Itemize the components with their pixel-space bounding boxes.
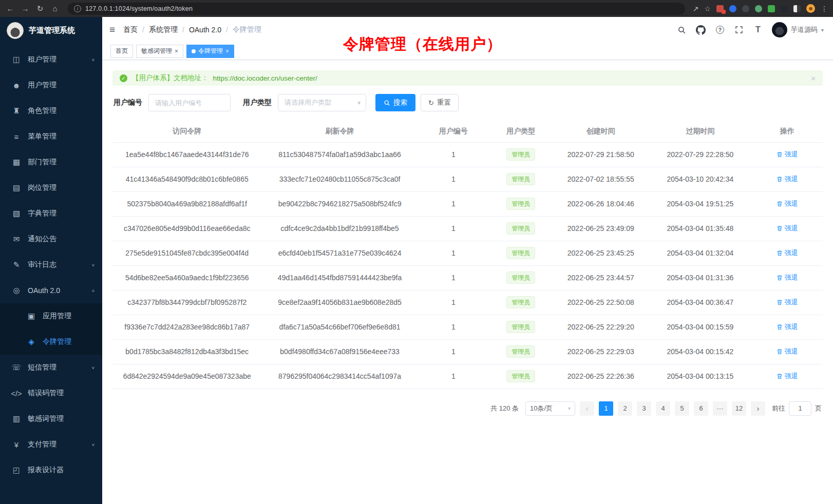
force-logout-button[interactable]: 强退 (777, 372, 798, 381)
tab-sensitive-words[interactable]: 敏感词管理× (136, 45, 183, 58)
sidebar-item-user[interactable]: ☻用户管理 (0, 72, 102, 98)
user-menu[interactable]: 芋道源码 ▾ (772, 22, 824, 37)
action-cell: 强退 (752, 216, 823, 241)
sidebar-item-menu[interactable]: ≡菜单管理 (0, 124, 102, 149)
force-logout-button[interactable]: 强退 (777, 224, 798, 233)
column-header: 用户编号 (418, 121, 489, 142)
extension-icon-2[interactable] (729, 5, 736, 12)
search-icon[interactable] (677, 25, 687, 35)
force-logout-button[interactable]: 强退 (777, 298, 798, 307)
force-logout-button[interactable]: 强退 (777, 175, 798, 184)
page-button-3[interactable]: 3 (637, 401, 651, 416)
address-bar[interactable]: i 127.0.0.1:1024/system/oauth2/token (68, 3, 685, 15)
force-logout-button[interactable]: 强退 (777, 322, 798, 332)
sidebar-collapse-icon[interactable]: ≡ (109, 24, 115, 35)
force-logout-button[interactable]: 强退 (777, 347, 798, 356)
sidebar-item-token[interactable]: ◈令牌管理 (0, 329, 102, 355)
page-size-select[interactable]: 10条/页 ▾ (525, 401, 575, 416)
prev-page-button[interactable]: ‹ (580, 401, 594, 416)
extension-icon-4[interactable] (755, 5, 762, 12)
extension-icon-5[interactable] (768, 5, 775, 12)
goto-page-input[interactable] (789, 401, 811, 416)
force-logout-button[interactable]: 强退 (777, 273, 798, 282)
sidebar-item-label: 部门管理 (28, 158, 56, 167)
sidebar-item-post[interactable]: ▤岗位管理 (0, 175, 102, 201)
user-type-select[interactable]: 请选择用户类型 ▾ (278, 94, 366, 111)
github-icon[interactable] (696, 25, 706, 35)
search-button[interactable]: 搜索 (375, 94, 415, 111)
share-icon[interactable]: ↗ (693, 5, 699, 13)
extension-icon-3[interactable] (742, 5, 749, 12)
tab-close-icon[interactable]: × (225, 48, 229, 54)
force-logout-button[interactable]: 强退 (777, 248, 798, 258)
breadcrumb-item[interactable]: 首页 (123, 25, 138, 34)
bookmark-star-icon[interactable]: ☆ (704, 5, 711, 13)
tab-home[interactable]: 首页 (110, 45, 133, 58)
breadcrumb-item[interactable]: OAuth 2.0 (189, 26, 221, 34)
extension-icon-6[interactable] (781, 5, 788, 12)
sidebar-item-label: 应用管理 (43, 312, 71, 321)
sensitive-words-icon: ▥ (11, 414, 22, 423)
more-pages-button[interactable]: ··· (713, 401, 727, 416)
force-logout-label: 强退 (785, 150, 798, 159)
help-icon[interactable]: ? (715, 25, 725, 35)
theme-toggle-icon[interactable] (793, 5, 801, 12)
sidebar-item-sms[interactable]: ☏短信管理∨ (0, 355, 102, 380)
pagination: 共 120 条 10条/页 ▾ ‹ 123456···12 › 前往 页 (112, 401, 822, 416)
created-time-cell: 2022-06-25 23:49:09 (553, 216, 649, 241)
sidebar-item-role[interactable]: ♜角色管理 (0, 98, 102, 124)
sidebar-item-sensitive[interactable]: ▥敏感词管理 (0, 406, 102, 432)
doc-link[interactable]: https://doc.iocoder.cn/user-center/ (213, 74, 317, 82)
page-button-6[interactable]: 6 (694, 401, 708, 416)
app-logo-row[interactable]: 芋道管理系统 (0, 17, 102, 44)
error-code-icon: </> (11, 389, 22, 398)
profile-avatar-icon[interactable]: ☻ (806, 4, 815, 13)
expire-time-cell: 2022-07-29 22:28:50 (649, 142, 752, 167)
sidebar-item-audit[interactable]: ✎审计日志∨ (0, 252, 102, 278)
tab-token[interactable]: 令牌管理× (186, 45, 234, 58)
created-time-cell: 2022-06-25 23:44:57 (553, 265, 649, 290)
page-button-5[interactable]: 5 (675, 401, 689, 416)
created-time-cell: 2022-07-29 21:58:50 (553, 142, 649, 167)
sidebar-item-pay[interactable]: ¥支付管理∨ (0, 432, 102, 457)
reset-button[interactable]: ↻ 重置 (421, 94, 459, 111)
page-button-2[interactable]: 2 (618, 401, 632, 416)
breadcrumb-item[interactable]: 系统管理 (149, 25, 178, 34)
force-logout-label: 强退 (785, 248, 798, 258)
sidebar-item-app[interactable]: ▣应用管理 (0, 303, 102, 329)
back-icon[interactable]: ← (5, 4, 15, 13)
sidebar-item-report[interactable]: ◰报表设计器 (0, 457, 102, 483)
tab-close-icon[interactable]: × (175, 48, 178, 54)
page-button-4[interactable]: 4 (656, 401, 670, 416)
user-type-badge: 管理员 (506, 370, 535, 382)
user-id-cell: 1 (418, 142, 489, 167)
access-token-cell: f9336e7c7dd242a283ee98dc86b17a87 (112, 315, 261, 339)
page-button-1[interactable]: 1 (599, 401, 613, 416)
next-page-button[interactable]: › (751, 401, 765, 416)
font-size-icon[interactable]: T (753, 25, 763, 35)
browser-menu-icon[interactable]: ⋮ (821, 5, 828, 13)
sidebar-item-oauth[interactable]: ◎OAuth 2.0∧ (0, 278, 102, 303)
alert-close-icon[interactable]: × (811, 74, 816, 83)
user-id-input[interactable] (148, 94, 231, 111)
created-time-cell: 2022-06-25 22:26:36 (553, 364, 649, 389)
user-type-cell: 管理员 (489, 290, 553, 315)
sidebar-item-dict[interactable]: ▧字典管理 (0, 201, 102, 226)
sidebar-item-dept[interactable]: ▦部门管理 (0, 149, 102, 175)
force-logout-button[interactable]: 强退 (777, 150, 798, 159)
sidebar-item-tenant[interactable]: ◫租户管理∨ (0, 47, 102, 72)
site-info-icon[interactable]: i (74, 5, 81, 12)
page-button-12[interactable]: 12 (732, 401, 746, 416)
home-icon[interactable]: ⌂ (50, 4, 60, 13)
expire-time-cell: 2054-03-04 01:31:36 (649, 265, 752, 290)
sidebar-item-notice[interactable]: ✉通知公告 (0, 226, 102, 252)
forward-icon[interactable]: → (20, 4, 30, 13)
sidebar-item-errcode[interactable]: </>错误码管理 (0, 380, 102, 406)
fullscreen-icon[interactable] (734, 25, 744, 35)
action-cell: 强退 (752, 364, 823, 389)
table-row: 6d842e2924594de9a09e45e087323abe8796295f… (112, 364, 823, 389)
reload-icon[interactable]: ↻ (35, 4, 45, 13)
extension-icon-1[interactable] (716, 5, 724, 12)
force-logout-button[interactable]: 强退 (777, 199, 798, 208)
breadcrumb-separator: / (226, 26, 228, 34)
